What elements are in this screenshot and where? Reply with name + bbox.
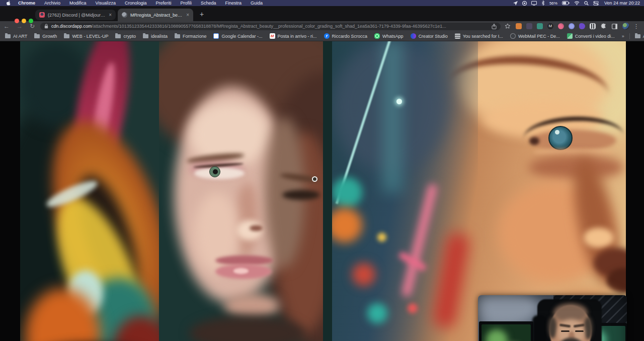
reload-button[interactable]: ↻ — [26, 22, 38, 31]
ext-ghost-icon[interactable] — [526, 23, 532, 29]
battery-percent: 56% — [549, 1, 557, 6]
bookmark-converti-video[interactable]: Converti i video di... — [567, 33, 615, 39]
new-tab-button[interactable]: + — [198, 11, 206, 19]
bookmark-label: WebMail PEC - De... — [518, 34, 560, 39]
bookmark-label: You searched for I... — [463, 34, 503, 39]
folder-icon — [34, 34, 40, 38]
lock-icon — [44, 24, 48, 29]
ext-teal-icon[interactable] — [537, 23, 543, 29]
traffic-light-minimize[interactable] — [22, 19, 26, 23]
bookmarks-overflow-chevron[interactable]: » — [622, 34, 624, 39]
menu-item-preferiti[interactable]: Preferiti — [151, 1, 176, 6]
ext-medium-icon[interactable]: M — [547, 23, 553, 29]
panel-center-portrait — [159, 41, 323, 341]
bookmark-creator-studio[interactable]: Creator Studio — [411, 33, 448, 39]
side-panel-icon[interactable] — [612, 24, 618, 29]
bookmark-label: Growth — [42, 34, 57, 39]
back-button[interactable]: ← — [0, 22, 13, 31]
url-path: /attachments/1013512335442333816/1088905… — [92, 24, 488, 29]
meta-creator-studio-icon — [411, 33, 416, 39]
macos-menu-bar: Chrome Archivio Modifica Visualizza Cron… — [0, 0, 644, 6]
google-calendar-icon — [213, 33, 219, 39]
display-icon[interactable] — [531, 1, 537, 6]
screen-record-icon[interactable] — [522, 1, 527, 6]
bookmark-crypto[interactable]: crypto — [115, 34, 136, 39]
bookmarks-bar: AI ART Growth WEB - LEVEL-UP crypto idea… — [0, 31, 644, 41]
chrome-tab-bar: (2762) Discord | @Midjourney × MRregista… — [0, 6, 644, 21]
menu-item-modifica[interactable]: Modifica — [65, 1, 91, 6]
eye-iris — [548, 126, 573, 150]
webmail-icon — [510, 33, 516, 39]
profile-avatar[interactable] — [622, 23, 629, 30]
bookmark-label: Creator Studio — [419, 34, 448, 39]
menu-item-guida[interactable]: Guida — [246, 1, 267, 6]
ext-cloud-icon[interactable] — [569, 23, 575, 29]
bookmark-you-searched[interactable]: You searched for I... — [455, 33, 503, 39]
folder-icon — [143, 34, 148, 38]
discord-favicon — [39, 12, 45, 18]
url-domain: cdn.discordapp.com — [51, 24, 92, 29]
wifi-icon[interactable] — [574, 1, 580, 5]
folder-icon — [635, 34, 640, 38]
webcam-overlay — [478, 295, 627, 341]
traffic-light-zoom[interactable] — [29, 19, 33, 23]
menu-item-cronologia[interactable]: Cronologia — [120, 1, 151, 6]
tab-close-icon[interactable]: × — [109, 12, 112, 18]
tab-close-icon[interactable]: × — [186, 12, 189, 18]
bookmark-google-calendar[interactable]: Google Calendar -... — [213, 33, 262, 39]
sparkle — [396, 99, 402, 104]
menu-item-archivio[interactable]: Archivio — [40, 1, 65, 6]
other-bookmarks[interactable]: Altri Preferiti — [635, 34, 644, 39]
apple-logo-icon[interactable] — [6, 1, 11, 6]
menu-item-finestra[interactable]: Finestra — [221, 1, 247, 6]
spotlight-search-icon[interactable] — [584, 1, 589, 6]
ext-orange-icon[interactable] — [516, 23, 522, 29]
folder-icon — [64, 34, 69, 38]
bookmark-whatsapp[interactable]: WhatsApp — [374, 33, 404, 39]
menu-item-scheda[interactable]: Scheda — [196, 1, 221, 6]
video-converter-icon — [567, 33, 573, 39]
bookmark-idealista[interactable]: idealista — [143, 34, 168, 39]
ext-key-icon[interactable] — [558, 23, 564, 29]
whatsapp-icon — [374, 33, 380, 39]
bookmark-web-level-up[interactable]: WEB - LEVEL-UP — [64, 34, 108, 39]
gmail-icon: M — [270, 33, 275, 39]
folder-icon — [175, 34, 180, 38]
tab-image-active[interactable]: MRregista_Abstract_beauty_... × — [118, 9, 193, 21]
tab-discord[interactable]: (2762) Discord | @Midjourney × — [35, 10, 116, 20]
bookmark-label: idealista — [151, 34, 168, 39]
tab-title: (2762) Discord | @Midjourney — [48, 13, 106, 18]
traffic-light-close[interactable] — [15, 19, 19, 23]
bookmark-label: WhatsApp — [382, 34, 404, 39]
extension-icons: M — [516, 23, 596, 29]
bookmark-label: Converti i video di... — [575, 34, 615, 39]
menu-clock[interactable]: Ven 24 mar 20:22 — [604, 1, 640, 6]
ext-grid-icon[interactable] — [590, 23, 596, 29]
bookmark-label: WEB - LEVEL-UP — [72, 34, 108, 39]
ext-purple-icon[interactable] — [579, 23, 585, 29]
bookmark-growth[interactable]: Growth — [34, 34, 57, 39]
panel-left-abstract — [20, 41, 159, 341]
extensions-puzzle-icon[interactable] — [601, 23, 607, 29]
menu-dots-icon[interactable]: ⋮ — [633, 23, 639, 30]
control-center-icon[interactable] — [593, 1, 599, 6]
address-bar[interactable]: cdn.discordapp.com /attachments/10135123… — [40, 23, 501, 30]
image-file-favicon — [122, 12, 127, 18]
bookmark-formazione[interactable]: Formazione — [175, 34, 207, 39]
bookmark-label: Posta in arrivo - ri... — [278, 34, 317, 39]
bookmark-facebook[interactable]: fRiccardo Scrocca — [324, 33, 368, 39]
menu-item-profili[interactable]: Profili — [176, 1, 196, 6]
bookmark-label: Google Calendar -... — [221, 34, 262, 39]
menu-item-visualizza[interactable]: Visualizza — [91, 1, 120, 6]
bookmark-star-icon[interactable] — [505, 23, 511, 29]
battery-icon[interactable] — [562, 1, 570, 5]
share-icon[interactable] — [492, 24, 497, 29]
bookmark-label: AI ART — [13, 34, 27, 39]
bookmark-gmail[interactable]: MPosta in arrivo - ri... — [270, 33, 317, 39]
tab-title: MRregista_Abstract_beauty_... — [130, 13, 183, 18]
location-arrow-icon[interactable] — [513, 1, 518, 6]
bluetooth-icon[interactable] — [541, 1, 545, 6]
bookmark-ai-art[interactable]: AI ART — [5, 34, 27, 39]
bookmark-webmail-pec[interactable]: WebMail PEC - De... — [510, 33, 560, 39]
menu-item-chrome[interactable]: Chrome — [14, 1, 40, 6]
